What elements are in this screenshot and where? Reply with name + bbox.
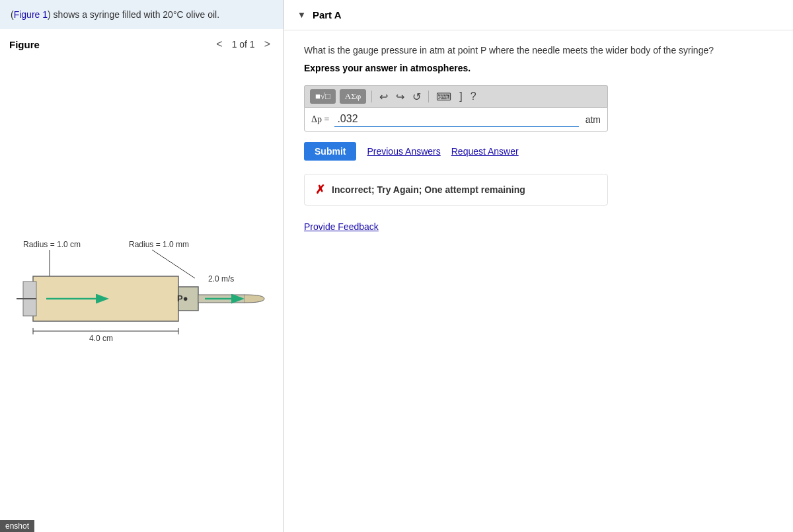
answer-unit: atm (585, 114, 601, 125)
toolbar-separator-2 (428, 91, 429, 102)
matrix-sqrt-button[interactable]: ■√□ (310, 89, 336, 104)
part-body: What is the gauge pressure in atm at poi… (284, 30, 793, 245)
help-button[interactable]: ? (469, 91, 478, 102)
syringe-diagram: Radius = 1.0 cm Radius = 1.0 mm (13, 229, 271, 361)
figure-title: Figure (9, 39, 40, 50)
figure-content: Radius = 1.0 cm Radius = 1.0 mm (7, 57, 277, 532)
feedback-x-icon: ✗ (315, 182, 325, 197)
right-panel: ▼ Part A What is the gauge pressure in a… (284, 0, 793, 532)
syringe-svg: Radius = 1.0 cm Radius = 1.0 mm (13, 229, 271, 361)
part-header: ▼ Part A (284, 0, 793, 30)
keyboard-button[interactable]: ⌨ (434, 91, 453, 103)
figure-prev-button[interactable]: < (212, 37, 226, 52)
svg-line-3 (152, 250, 195, 278)
figure-next-button[interactable]: > (260, 37, 274, 52)
refresh-button[interactable]: ↺ (410, 91, 423, 103)
express-text: Express your answer in atmospheres. (304, 63, 773, 73)
svg-text:4.0 cm: 4.0 cm (89, 334, 113, 343)
question-text: What is the gauge pressure in atm at poi… (304, 44, 773, 57)
redo-button[interactable]: ↪ (394, 91, 406, 103)
provide-feedback-link[interactable]: Provide Feedback (304, 221, 379, 232)
figure-link[interactable]: Figure 1 (14, 9, 48, 20)
undo-button[interactable]: ↩ (377, 91, 390, 103)
figure-section: Figure < 1 of 1 > Radius = 1.0 cm Radius… (0, 29, 283, 532)
figure-header: Figure < 1 of 1 > (7, 29, 277, 57)
svg-text:2.0 m/s: 2.0 m/s (208, 274, 234, 284)
submit-button[interactable]: Submit (304, 142, 356, 161)
answer-row: Δp = atm (304, 107, 608, 132)
enshot-badge: enshot (0, 520, 34, 532)
bracket-button[interactable]: ] (457, 91, 464, 102)
svg-text:P●: P● (177, 293, 188, 303)
math-toolbar: ■√□ ΑΣφ ↩ ↪ ↺ ⌨ ] ? (304, 85, 608, 107)
action-row: Submit Previous Answers Request Answer (304, 142, 773, 161)
left-panel: (Figure 1) shows a syringe filled with 2… (0, 0, 284, 532)
svg-text:Radius = 1.0 mm: Radius = 1.0 mm (129, 240, 189, 249)
request-answer-link[interactable]: Request Answer (451, 146, 519, 157)
figure-nav: < 1 of 1 > (212, 37, 274, 52)
figure-page-info: 1 of 1 (232, 39, 255, 50)
svg-text:Radius = 1.0 cm: Radius = 1.0 cm (23, 240, 81, 249)
feedback-text: Incorrect; Try Again; One attempt remain… (332, 184, 525, 195)
toolbar-separator (371, 91, 372, 102)
previous-answers-link[interactable]: Previous Answers (367, 146, 440, 157)
answer-label: Δp = (311, 114, 329, 125)
answer-input[interactable] (334, 112, 578, 127)
problem-statement: (Figure 1) shows a syringe filled with 2… (0, 0, 283, 29)
symbol-button[interactable]: ΑΣφ (340, 89, 366, 104)
feedback-box: ✗ Incorrect; Try Again; One attempt rema… (304, 174, 608, 206)
part-title: Part A (313, 9, 342, 20)
collapse-chevron[interactable]: ▼ (297, 10, 306, 20)
